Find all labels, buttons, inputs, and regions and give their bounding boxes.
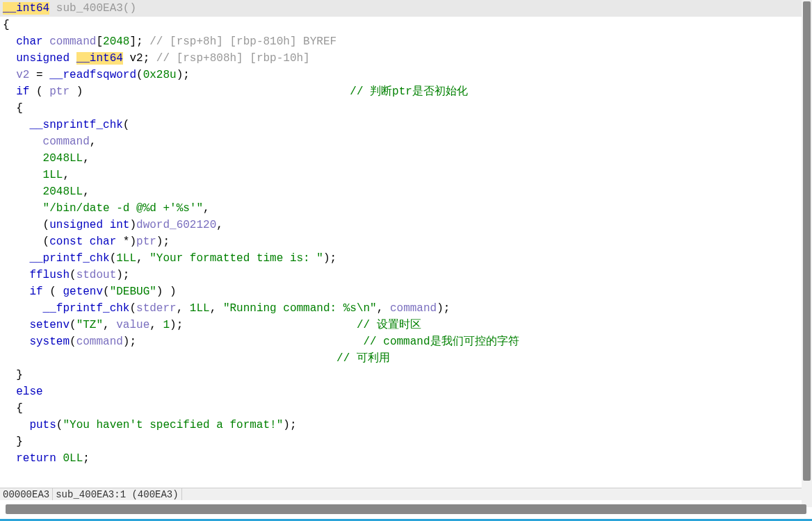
code-viewer[interactable]: __int64 sub_400EA3() { char command[2048…	[0, 0, 802, 488]
code-line: v2 = __readfsqword(0x28u);	[0, 67, 802, 83]
code-line: 2048LL,	[0, 183, 802, 200]
status-address: 00000EA3	[0, 488, 53, 500]
code-line: (const char *)ptr);	[0, 233, 802, 250]
code-line: setenv("TZ", value, 1); // 设置时区	[0, 317, 802, 333]
code-line: 1LL,	[0, 167, 802, 183]
code-line: command,	[0, 133, 802, 150]
code-line: __int64 sub_400EA3()	[0, 0, 802, 17]
code-line: {	[0, 400, 802, 417]
code-line: if ( ptr ) // 判断ptr是否初始化	[0, 83, 802, 100]
code-line: // 可利用	[0, 350, 802, 367]
status-location: sub_400EA3:1 (400EA3)	[53, 488, 181, 500]
code-line: char command[2048]; // [rsp+8h] [rbp-810…	[0, 33, 802, 50]
code-line: fflush(stdout);	[0, 267, 802, 283]
code-line: }	[0, 367, 802, 383]
code-line: __fprintf_chk(stderr, 1LL, "Running comm…	[0, 300, 802, 317]
status-bar: 00000EA3 sub_400EA3:1 (400EA3)	[0, 488, 812, 500]
code-line: puts("You haven't specified a format!");	[0, 417, 802, 433]
code-line: __printf_chk(1LL, "Your formatted time i…	[0, 250, 802, 267]
code-line: if ( getenv("DEBUG") )	[0, 283, 802, 300]
code-line: "/bin/date -d @%d +'%s'",	[0, 200, 802, 217]
code-line: 2048LL,	[0, 150, 802, 167]
code-line: {	[0, 17, 802, 33]
code-line: {	[0, 100, 802, 117]
code-line: return 0LL;	[0, 450, 802, 467]
code-line: (unsigned int)dword_602120,	[0, 217, 802, 233]
code-line: __snprintf_chk(	[0, 117, 802, 133]
vertical-scrollbar-thumb[interactable]	[803, 1, 811, 481]
horizontal-scrollbar-thumb[interactable]	[6, 504, 806, 514]
vertical-scrollbar-track[interactable]	[802, 0, 812, 507]
code-line: else	[0, 383, 802, 400]
code-line: }	[0, 433, 802, 450]
code-line: unsigned __int64 v2; // [rsp+808h] [rbp-…	[0, 50, 802, 67]
code-line: system(command); // command是我们可控的字符	[0, 333, 802, 350]
